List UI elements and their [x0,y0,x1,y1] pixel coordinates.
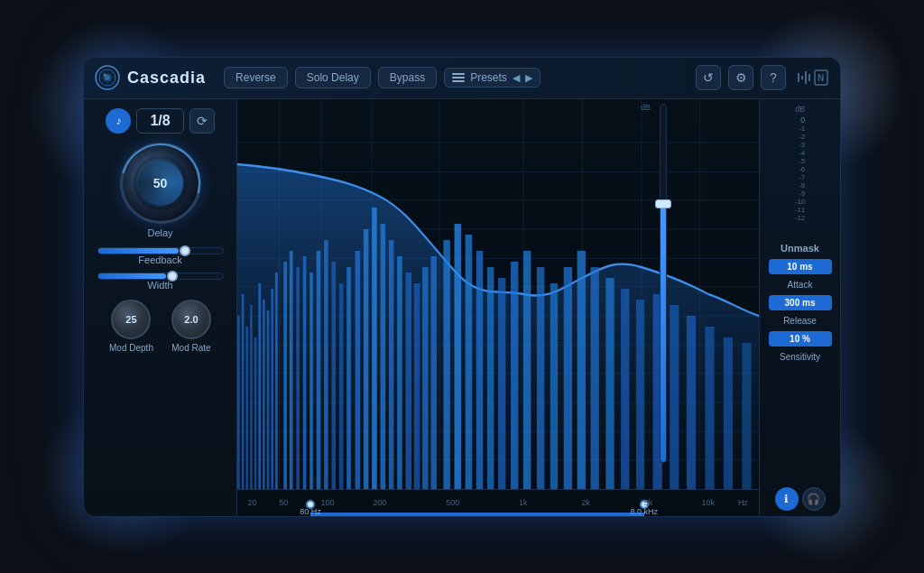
attack-value[interactable]: 10 ms [769,259,832,274]
menu-icon [452,73,465,82]
svg-rect-47 [324,240,328,489]
bottom-icons: ℹ 🎧 [775,487,826,511]
db-5: -5 [795,157,806,165]
settings-button[interactable]: ⚙ [728,65,753,90]
delay-knob-inner: 50 [134,156,188,210]
db-0: 0 [795,116,806,125]
svg-rect-59 [422,267,429,489]
svg-rect-39 [271,289,273,489]
svg-rect-44 [303,256,307,489]
svg-rect-58 [414,283,420,489]
freq-5k: 5k [644,498,653,507]
main-content: ♪ 1/8 ⟳ 50 Delay [84,99,840,516]
delay-knob-value: 50 [153,176,168,190]
output-fader-container [654,99,672,467]
db-10: -10 [795,198,806,206]
mod-depth-knob[interactable]: 25 [111,300,151,339]
reverse-button[interactable]: Reverse [224,67,288,88]
freq-200: 200 [373,498,386,507]
width-label: Width [97,280,224,291]
info-button[interactable]: ℹ [775,487,799,511]
db-8: -8 [795,181,806,189]
svg-rect-37 [263,300,265,489]
svg-rect-52 [364,229,369,489]
svg-rect-55 [389,240,394,489]
feedback-slider-track [97,247,224,254]
time-controls: ♪ 1/8 ⟳ [91,108,229,134]
output-fader-track [660,104,667,463]
width-slider-thumb[interactable] [167,271,178,282]
svg-rect-49 [339,283,344,489]
feedback-label: Feedback [97,254,224,265]
svg-rect-53 [372,208,377,489]
music-note-button[interactable]: ♪ [106,108,131,134]
svg-rect-48 [331,262,336,489]
svg-rect-35 [254,337,257,489]
outer-wrapper: Cascadia Reverse Solo Delay Bypass Prese… [0,0,924,573]
low-freq-value: 80 Hz [300,507,321,516]
presets-group[interactable]: Presets ◀ ▶ [444,68,541,88]
unmask-label: Unmask [781,243,819,254]
svg-rect-82 [742,343,751,489]
freq-range-bar [310,513,644,516]
svg-rect-75 [621,289,629,489]
freq-100: 100 [320,498,334,507]
delay-knob[interactable]: 50 [120,143,201,224]
svg-rect-56 [397,256,402,489]
help-button[interactable]: ? [761,65,786,90]
svg-rect-69 [537,267,544,489]
db-6: -6 [795,165,806,173]
db-7: -7 [795,173,806,181]
slider-section: Feedback Width [91,247,229,291]
presets-label: Presets [470,71,507,84]
left-panel: ♪ 1/8 ⟳ 50 Delay [84,99,237,516]
fader-thumb[interactable] [655,199,671,208]
feedback-slider-thumb[interactable] [180,245,190,256]
svg-rect-62 [455,224,461,489]
headphone-button[interactable]: 🎧 [802,487,826,511]
svg-rect-70 [550,283,558,489]
freq-hz: Hz [738,498,748,507]
db-label-header: dB [795,105,806,114]
freq-500: 500 [446,498,459,507]
app-title: Cascadia [127,69,206,88]
svg-rect-60 [430,256,437,489]
delay-knob-label: Delay [147,227,172,238]
width-slider-container [97,273,224,280]
db-2: -2 [795,133,806,141]
freq-2k: 2k [581,498,590,507]
svg-rect-50 [346,267,351,489]
right-panel: dB 0 -1 -2 -3 -4 -5 -6 -7 -8 -9 -10 -11 … [759,99,840,516]
sensitivity-value[interactable]: 10 % [769,331,832,347]
svg-rect-33 [245,327,248,489]
svg-rect-36 [258,283,261,489]
svg-rect-81 [724,337,733,489]
sync-button[interactable]: ⟳ [189,108,215,134]
next-preset-button[interactable]: ▶ [525,72,532,84]
center-panel: dB [237,99,759,516]
width-slider-track [97,273,224,280]
fader-fill [661,204,666,461]
undo-button[interactable]: ↺ [696,65,721,90]
mod-depth-label: Mod Depth [109,343,153,353]
mod-rate-container: 2.0 Mod Rate [171,300,211,353]
svg-rect-73 [591,267,599,489]
prev-preset-button[interactable]: ◀ [513,72,520,84]
svg-rect-68 [523,251,531,489]
svg-rect-41 [283,262,287,489]
solo-delay-button[interactable]: Solo Delay [295,67,371,88]
svg-rect-32 [242,294,245,489]
svg-rect-76 [636,300,644,489]
svg-rect-71 [564,267,572,489]
mod-rate-knob[interactable]: 2.0 [171,300,211,339]
mod-rate-label: Mod Rate [171,343,210,353]
release-value[interactable]: 300 ms [769,295,832,310]
bypass-button[interactable]: Bypass [378,67,437,88]
feedback-slider-container [97,247,224,254]
time-display[interactable]: 1/8 [136,108,183,134]
freq-10k: 10k [701,498,715,507]
svg-rect-45 [310,273,313,489]
brand-logo: N [797,69,829,87]
svg-rect-79 [687,316,696,489]
attack-label: Attack [788,280,813,290]
